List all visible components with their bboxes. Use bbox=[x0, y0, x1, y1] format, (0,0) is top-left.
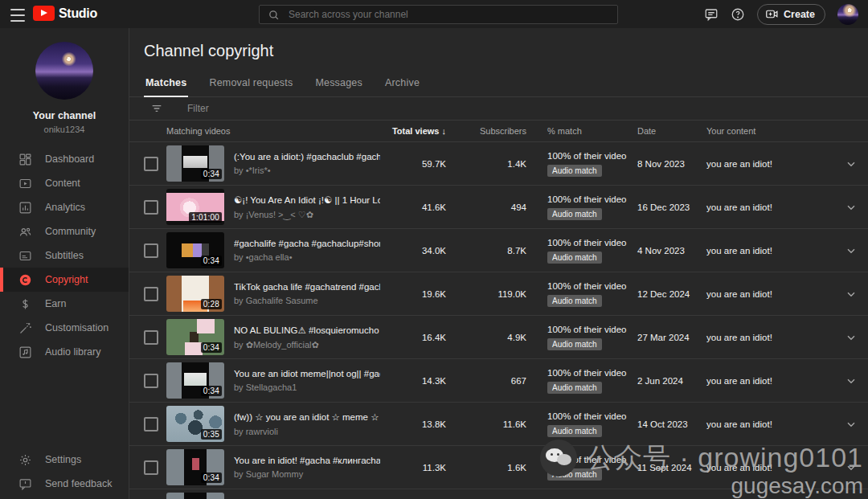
sidebar-item-content[interactable]: Content bbox=[0, 171, 129, 195]
date-value: 16 Dec 2023 bbox=[637, 202, 706, 212]
sidebar-item-copyright[interactable]: Copyright bbox=[0, 268, 129, 292]
chevron-down-icon[interactable] bbox=[845, 201, 858, 214]
date-value: 2 Jun 2024 bbox=[637, 376, 706, 386]
create-button[interactable]: Create bbox=[757, 4, 825, 25]
chevron-down-icon[interactable] bbox=[845, 418, 858, 431]
date-value: 8 Nov 2023 bbox=[637, 159, 706, 169]
video-thumbnail[interactable]: 0:28 bbox=[166, 276, 224, 312]
video-title[interactable]: (:You are a idiot:) #gachaclub #gachalif… bbox=[234, 152, 380, 162]
channel-search-box[interactable] bbox=[259, 5, 618, 24]
sidebar-item-community[interactable]: Community bbox=[0, 219, 129, 243]
search-icon bbox=[268, 9, 280, 21]
video-title[interactable]: #gachalife #gacha #gachaclup#short#short… bbox=[234, 239, 380, 248]
search-input[interactable] bbox=[287, 8, 579, 21]
youtube-play-icon bbox=[33, 6, 55, 21]
video-thumbnail[interactable]: 0:35 bbox=[166, 406, 224, 442]
chevron-down-icon[interactable] bbox=[845, 157, 858, 170]
row-checkbox[interactable] bbox=[144, 330, 158, 345]
header-match-percent[interactable]: % match bbox=[526, 126, 637, 136]
sidebar-item-label: Analytics bbox=[45, 202, 85, 213]
video-thumbnail[interactable]: 0:34 bbox=[166, 145, 224, 182]
feedback-comment-icon[interactable] bbox=[704, 7, 719, 22]
header-subscribers[interactable]: Subscribers bbox=[446, 126, 526, 136]
your-content-value[interactable]: you are an idiot! bbox=[706, 246, 833, 256]
row-checkbox[interactable] bbox=[144, 287, 158, 301]
sidebar-item-audio-library[interactable]: Audio library bbox=[0, 340, 129, 364]
sidebar-item-earn[interactable]: Earn bbox=[0, 292, 129, 316]
studio-logo[interactable]: Studio bbox=[33, 6, 97, 21]
sidebar-item-send-feedback[interactable]: Send feedback bbox=[0, 472, 129, 496]
subscribers-value: 1.4K bbox=[446, 159, 526, 169]
header-matching-videos[interactable]: Matching videos bbox=[166, 126, 387, 136]
video-author: by rawrvioli bbox=[234, 427, 380, 436]
audio-match-badge: Audio match bbox=[547, 425, 602, 437]
video-thumbnail[interactable]: 0:34 bbox=[166, 449, 224, 485]
your-content-value[interactable]: you are an idiot! bbox=[706, 419, 833, 429]
brand-text: Studio bbox=[59, 6, 97, 21]
chevron-down-icon[interactable] bbox=[845, 461, 858, 474]
your-content-value[interactable]: you are an idiot! bbox=[706, 376, 833, 386]
sidebar-item-dashboard[interactable]: Dashboard bbox=[0, 147, 129, 171]
video-author: by Sugar Mommy bbox=[234, 469, 380, 479]
tab-messages[interactable]: Messages bbox=[313, 71, 364, 97]
table-row: 0:34 NO AL BULING⚠ #losquieromucho #gach… bbox=[129, 316, 868, 359]
sidebar-item-label: Community bbox=[45, 226, 96, 237]
row-checkbox[interactable] bbox=[144, 374, 158, 388]
video-thumbnail[interactable]: 0:34 bbox=[166, 232, 224, 268]
video-thumbnail[interactable] bbox=[166, 493, 224, 499]
chevron-down-icon[interactable] bbox=[845, 374, 858, 387]
video-title[interactable]: You are an idiot meme||not og|| #gacha #… bbox=[234, 369, 380, 378]
row-checkbox[interactable] bbox=[144, 243, 158, 258]
your-content-value[interactable]: you are an idiot! bbox=[706, 289, 833, 299]
table-row: 0:34 #gachalife #gacha #gachaclup#short#… bbox=[129, 229, 868, 272]
video-author: by ✿Melody_official✿ bbox=[234, 340, 380, 350]
video-title[interactable]: (fw)) ☆ you are an idiot ☆ meme ☆ object… bbox=[234, 411, 380, 423]
subscribers-value: 667 bbox=[446, 376, 526, 386]
tab-archive[interactable]: Archive bbox=[383, 71, 421, 97]
hamburger-menu-icon[interactable] bbox=[10, 7, 25, 23]
header-total-views[interactable]: Total views ↓ bbox=[387, 126, 446, 136]
tab-removal-requests[interactable]: Removal requests bbox=[207, 71, 294, 97]
sidebar-item-settings[interactable]: Settings bbox=[0, 448, 129, 472]
subscribers-value: 1.6K bbox=[446, 463, 526, 472]
row-checkbox[interactable] bbox=[144, 157, 158, 171]
sidebar-item-customisation[interactable]: Customisation bbox=[0, 316, 129, 340]
your-content-value[interactable]: you are an idiot! bbox=[706, 333, 833, 342]
your-content-value[interactable]: you are an idiot! bbox=[706, 202, 833, 212]
video-duration: 0:28 bbox=[201, 299, 222, 309]
video-thumbnail[interactable]: 1:01:00 bbox=[166, 189, 224, 225]
audio-match-badge: Audio match bbox=[547, 208, 602, 220]
filter-row[interactable]: Filter bbox=[129, 97, 868, 121]
channel-avatar[interactable] bbox=[35, 42, 93, 100]
row-checkbox[interactable] bbox=[144, 417, 158, 432]
chevron-down-icon[interactable] bbox=[845, 331, 858, 344]
tab-matches[interactable]: Matches bbox=[144, 71, 188, 97]
sidebar-item-analytics[interactable]: Analytics bbox=[0, 195, 129, 219]
sidebar-item-subtitles[interactable]: Subtitles bbox=[0, 243, 129, 268]
total-views-value: 19.6K bbox=[387, 289, 446, 299]
header-date[interactable]: Date bbox=[637, 126, 706, 136]
chevron-down-icon[interactable] bbox=[845, 288, 858, 301]
analytics-icon bbox=[18, 200, 32, 215]
filter-placeholder[interactable]: Filter bbox=[187, 103, 209, 114]
match-percent-value: 100% of their video bbox=[547, 325, 637, 334]
account-avatar[interactable] bbox=[837, 4, 858, 25]
video-title[interactable]: TikTok gacha life #gachatrend #gacha #ga… bbox=[234, 282, 380, 292]
total-views-value: 59.7K bbox=[387, 159, 446, 169]
video-title[interactable]: You are in idiot! #gacha #клингachalife#… bbox=[234, 456, 380, 465]
chevron-down-icon[interactable] bbox=[845, 244, 858, 257]
your-content-value[interactable]: you are an idiot! bbox=[706, 463, 833, 472]
row-checkbox[interactable] bbox=[144, 200, 158, 215]
video-thumbnail[interactable]: 0:34 bbox=[166, 319, 224, 355]
audio-match-badge: Audio match bbox=[547, 468, 602, 481]
video-title[interactable]: ☯¡! You Are An Idiot ¡!☯ || 1 Hour Loop … bbox=[234, 194, 380, 206]
sidebar-item-label: Dashboard bbox=[45, 153, 94, 165]
video-thumbnail[interactable]: 0:34 bbox=[166, 362, 224, 399]
help-icon[interactable] bbox=[731, 7, 745, 22]
your-content-value[interactable]: you are an idiot! bbox=[706, 159, 833, 169]
row-checkbox[interactable] bbox=[144, 460, 158, 475]
channel-name: Your channel bbox=[0, 110, 129, 121]
video-title[interactable]: NO AL BULING⚠ #losquieromucho #gacha #..… bbox=[234, 325, 380, 336]
subscribers-value: 4.9K bbox=[446, 333, 526, 342]
header-your-content[interactable]: Your content bbox=[706, 126, 833, 136]
